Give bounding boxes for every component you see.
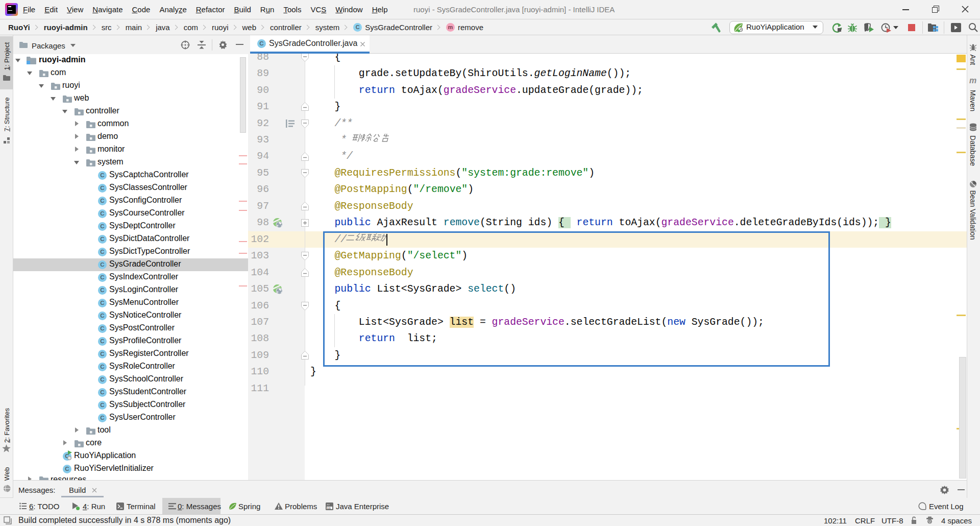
svg-text:EE: EE — [327, 507, 331, 510]
